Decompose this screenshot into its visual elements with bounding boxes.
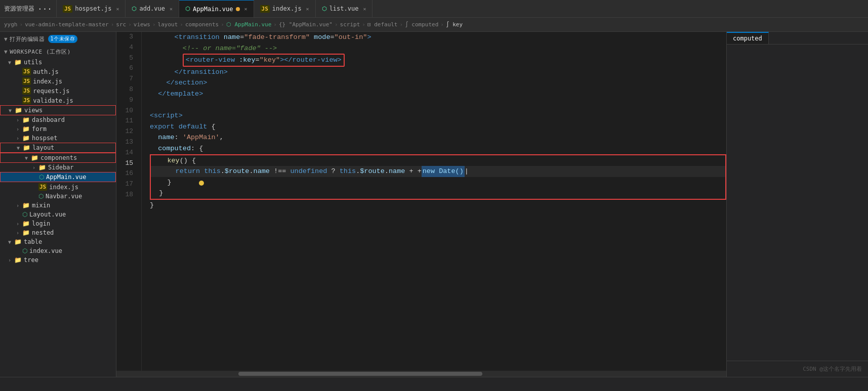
tree-label: Navbar.vue xyxy=(46,193,82,200)
vue-icon: ⬡ xyxy=(185,6,190,12)
tree-item-nested[interactable]: › 📁 nested xyxy=(0,228,116,237)
code-line-6: </transition> xyxy=(150,67,726,78)
code-line-7: </section> xyxy=(150,77,726,89)
editor-area: 3 4 5 6 7 8 9 10 11 12 13 14 15 16 17 18 xyxy=(116,32,726,377)
code-line-17: } xyxy=(151,188,725,199)
horizontal-scrollbar[interactable] xyxy=(116,371,726,377)
tree-item-auth[interactable]: JS auth.js xyxy=(0,67,116,76)
tree-item-appmain[interactable]: ⬡ AppMain.vue xyxy=(0,172,116,182)
explorer-title: 资源管理器 ··· xyxy=(0,0,57,17)
vue-file-icon: ⬡ xyxy=(39,173,44,181)
code-line-8: </template> xyxy=(150,89,726,100)
expand-icon: ▼ xyxy=(25,155,31,161)
tree-item-layout[interactable]: ▼ 📁 layout xyxy=(0,143,116,153)
tree-item-validate[interactable]: JS validate.js xyxy=(0,96,116,105)
expand-icon: ▼ xyxy=(8,60,14,65)
tree-label: dashboard xyxy=(32,116,65,123)
tree-item-login[interactable]: › 📁 login xyxy=(0,219,116,228)
tab-appmain-label: AppMain.vue xyxy=(193,6,233,13)
folder-icon: 📁 xyxy=(14,59,22,66)
tab-appmain[interactable]: ⬡ AppMain.vue ✕ xyxy=(179,0,254,17)
expand-icon: › xyxy=(16,136,22,141)
folder-icon: 📁 xyxy=(38,164,46,171)
more-icon[interactable]: ··· xyxy=(37,4,52,14)
router-view-highlight: <router-view :key="key"></router-view> xyxy=(183,54,345,67)
folder-icon: 📁 xyxy=(14,238,22,245)
folder-icon: 📁 xyxy=(31,154,38,161)
tree-item-form[interactable]: › 📁 form xyxy=(0,124,116,134)
tree-label: index.js xyxy=(33,78,62,85)
expand-icon: › xyxy=(32,165,38,170)
tree-label: mixin xyxy=(32,202,50,209)
tree-item-tree[interactable]: › 📁 tree xyxy=(0,255,116,265)
tree-label: hospset xyxy=(32,135,58,142)
computed-tab-bar: computed xyxy=(727,32,868,45)
code-line-13: computed: { xyxy=(150,143,726,154)
tree-item-views[interactable]: ▼ 📁 views xyxy=(0,105,116,115)
computed-tab[interactable]: computed xyxy=(727,32,769,44)
tab-close-icon[interactable]: ✕ xyxy=(306,6,309,12)
folder-icon: 📁 xyxy=(15,107,22,114)
tree-item-layout-vue[interactable]: ⬡ Layout.vue xyxy=(0,210,116,219)
breadcrumb: yygh › vue-admin-template-master › src ›… xyxy=(0,18,868,32)
vue-file-icon: ⬡ xyxy=(22,247,27,254)
js-file-icon: JS xyxy=(22,97,31,104)
tree-item-index-vue[interactable]: ⬡ index.vue xyxy=(0,246,116,255)
folder-icon: 📁 xyxy=(22,135,30,142)
tab-close-icon[interactable]: ✕ xyxy=(244,6,247,12)
tree-label: Layout.vue xyxy=(29,211,66,218)
main-area: ▼ 打开的编辑器 1个未保存 ▼ WORKSPACE (工作区) ▼ 📁 uti… xyxy=(0,32,868,377)
js-file-icon: JS xyxy=(22,77,31,85)
open-editors-section[interactable]: ▼ 打开的编辑器 1个未保存 xyxy=(0,32,116,45)
tree-item-utils[interactable]: ▼ 📁 utils xyxy=(0,58,116,67)
js-file-icon: JS xyxy=(38,183,47,191)
tree-item-dashboard[interactable]: › 📁 dashboard xyxy=(0,115,116,124)
code-line-5: <router-view :key="key"></router-view> xyxy=(150,54,726,67)
workspace-section[interactable]: ▼ WORKSPACE (工作区) xyxy=(0,45,116,58)
vue-file-icon: ⬡ xyxy=(38,193,44,200)
workspace-label: WORKSPACE (工作区) xyxy=(10,48,71,56)
js-file-icon: JS xyxy=(22,87,31,95)
code-line-18: } xyxy=(150,200,726,211)
open-editors-label: 打开的编辑器 xyxy=(10,35,45,43)
tree-item-index-layout[interactable]: JS index.js xyxy=(0,182,116,192)
section-arrow: ▼ xyxy=(4,49,8,55)
tree-label: index.js xyxy=(49,184,78,191)
sidebar: ▼ 打开的编辑器 1个未保存 ▼ WORKSPACE (工作区) ▼ 📁 uti… xyxy=(0,32,116,377)
expand-icon: › xyxy=(16,117,22,123)
code-line-10: <script> xyxy=(150,110,726,121)
expand-icon: › xyxy=(16,221,22,227)
tree-item-table[interactable]: ▼ 📁 table xyxy=(0,237,116,246)
tree-item-hospset[interactable]: › 📁 hospset xyxy=(0,134,116,143)
tree-item-mixin[interactable]: › 📁 mixin xyxy=(0,201,116,210)
tab-hospset[interactable]: JS hospset.js ✕ xyxy=(57,0,126,17)
tab-close-icon[interactable]: ✕ xyxy=(363,6,366,12)
tree-label: request.js xyxy=(33,88,69,95)
tree-item-index-js[interactable]: JS index.js xyxy=(0,76,116,86)
tree-item-sidebar[interactable]: › 📁 Sidebar xyxy=(0,163,116,172)
code-line-11: export default { xyxy=(150,121,726,133)
tab-list[interactable]: ⬡ list.vue ✕ xyxy=(316,0,373,17)
vue-icon: ⬡ xyxy=(132,6,137,12)
computed-panel-content xyxy=(727,45,868,361)
code-line-16: } xyxy=(151,177,725,188)
tree-label: nested xyxy=(32,229,54,236)
tree-label: components xyxy=(40,154,77,161)
tree-label: validate.js xyxy=(33,97,73,104)
tree-item-components[interactable]: ▼ 📁 components xyxy=(0,153,116,163)
tab-close-icon[interactable]: ✕ xyxy=(170,6,173,12)
code-lines: <transition name="fade-transform" mode="… xyxy=(142,32,726,371)
folder-icon: 📁 xyxy=(22,220,30,227)
tree-item-navbar[interactable]: ⬡ Navbar.vue xyxy=(0,192,116,201)
tree-item-request[interactable]: JS request.js xyxy=(0,86,116,96)
code-line-9 xyxy=(150,100,726,111)
expand-icon: ▼ xyxy=(9,108,15,113)
tab-add[interactable]: ⬡ add.vue ✕ xyxy=(126,0,179,17)
tab-index[interactable]: JS index.js ✕ xyxy=(254,0,316,17)
new-date-highlight: new Date() xyxy=(422,166,465,177)
folder-icon: 📁 xyxy=(22,202,30,209)
code-line-15: return this.$route.name !== undefined ? … xyxy=(151,166,725,177)
scrollbar-thumb[interactable] xyxy=(238,372,482,376)
tab-close-icon[interactable]: ✕ xyxy=(116,6,119,12)
tree-label: table xyxy=(24,238,42,245)
